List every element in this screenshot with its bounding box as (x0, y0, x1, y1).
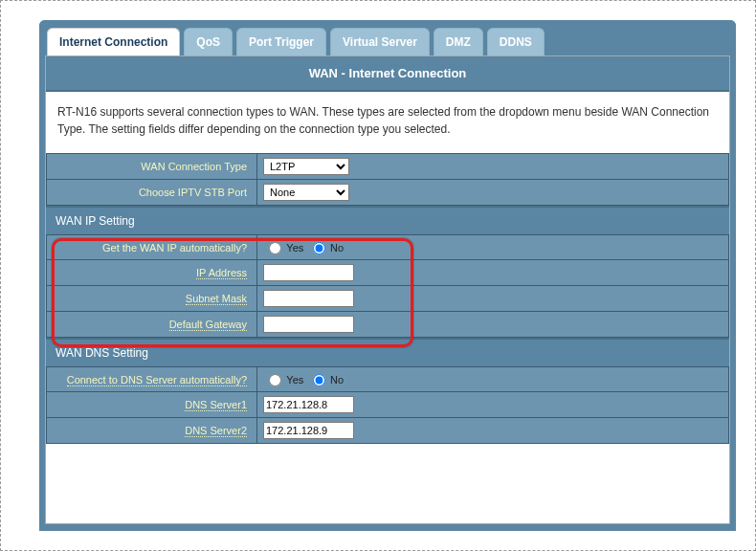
default-gateway-input[interactable] (263, 316, 354, 333)
wan-ip-auto-yes-label: Yes (286, 242, 303, 253)
dns-auto-yes-label: Yes (286, 374, 303, 386)
tab-port-trigger[interactable]: Port Trigger (236, 28, 326, 55)
page-description: RT-N16 supports several connection types… (46, 92, 729, 153)
ip-address-label: IP Address (196, 267, 247, 279)
tab-dmz[interactable]: DMZ (434, 28, 483, 55)
wan-dns-section-header: WAN DNS Setting (46, 338, 729, 366)
wan-ip-auto-no-label: No (330, 242, 344, 253)
tab-virtual-server[interactable]: Virtual Server (330, 28, 430, 55)
wan-conn-type-select[interactable]: L2TP (263, 158, 349, 175)
dns-server1-input[interactable] (263, 396, 354, 413)
default-gateway-label: Default Gateway (169, 319, 247, 331)
dns-server2-label: DNS Server2 (185, 425, 247, 437)
wan-ip-section-header: WAN IP Setting (46, 206, 729, 234)
dns-server2-input[interactable] (263, 422, 354, 439)
iptv-stb-select[interactable]: None (263, 184, 349, 201)
dns-auto-no-radio[interactable] (313, 374, 325, 386)
wan-ip-auto-yes-radio[interactable] (269, 242, 281, 254)
wan-dns-section: Connect to DNS Server automatically? Yes… (46, 366, 729, 444)
wan-conn-type-label: WAN Connection Type (47, 154, 257, 180)
wan-ip-auto-no-radio[interactable] (313, 242, 325, 254)
subnet-mask-input[interactable] (263, 290, 354, 307)
dns-auto-label: Connect to DNS Server automatically? (67, 374, 247, 386)
content-area: WAN - Internet Connection RT-N16 support… (45, 55, 730, 524)
tab-strip: Internet Connection QoS Port Trigger Vir… (39, 20, 736, 55)
wan-ip-auto-label: Get the WAN IP automatically? (47, 235, 257, 260)
iptv-stb-label: Choose IPTV STB Port (47, 180, 257, 206)
ip-address-input[interactable] (263, 264, 354, 281)
tab-internet-connection[interactable]: Internet Connection (47, 28, 180, 55)
dns-server1-label: DNS Server1 (185, 399, 247, 411)
subnet-mask-label: Subnet Mask (186, 293, 247, 305)
wan-panel: Internet Connection QoS Port Trigger Vir… (39, 20, 736, 531)
dns-auto-no-label: No (330, 374, 344, 386)
dns-auto-yes-radio[interactable] (269, 374, 281, 386)
basic-settings-table: WAN Connection Type L2TP Choose IPTV STB… (46, 153, 729, 206)
wan-ip-section: Get the WAN IP automatically? Yes No IP … (46, 234, 729, 338)
page-title: WAN - Internet Connection (46, 56, 729, 92)
tab-ddns[interactable]: DDNS (487, 28, 545, 55)
tab-qos[interactable]: QoS (184, 28, 233, 55)
